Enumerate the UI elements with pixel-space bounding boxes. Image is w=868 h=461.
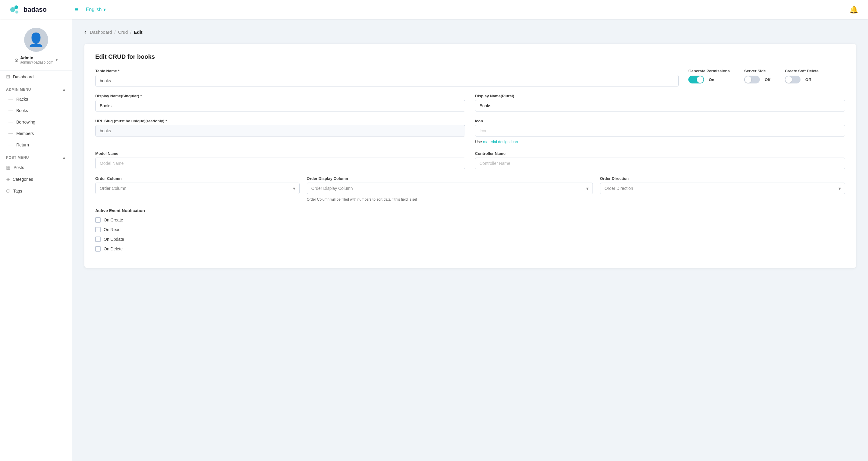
server-side-toggle-item: Server Side Off bbox=[744, 69, 770, 84]
breadcrumb-crud[interactable]: Crud bbox=[118, 30, 128, 35]
order-display-column-select[interactable]: Order Display Column bbox=[307, 183, 593, 194]
url-slug-group: URL Slug (must be unique)(readonly) * bbox=[95, 119, 465, 136]
admin-menu-chevron[interactable]: ▲ bbox=[62, 87, 66, 92]
back-button[interactable]: ‹ bbox=[84, 29, 86, 35]
sidebar-item-members[interactable]: — Members bbox=[0, 128, 72, 139]
checkbox-on-create[interactable]: On Create bbox=[95, 217, 845, 223]
row-model-controller: Model Name Controller Name bbox=[95, 151, 845, 169]
post-menu-chevron[interactable]: ▲ bbox=[62, 155, 66, 160]
notification-bell[interactable]: 🔔 bbox=[849, 5, 858, 14]
header-right: 🔔 bbox=[849, 5, 858, 14]
sidebar-item-label: Racks bbox=[16, 97, 28, 101]
sidebar-item-label: Categories bbox=[13, 177, 33, 182]
sidebar-item-categories[interactable]: ◈ Categories bbox=[0, 173, 72, 185]
app-layout: 👤 ⊙ Admin admin@badaso.com ▾ ⊞ Dashboard… bbox=[0, 19, 868, 461]
breadcrumb-sep1: / bbox=[114, 30, 116, 35]
checkbox-on-delete-box[interactable] bbox=[95, 246, 101, 252]
sidebar-item-tags[interactable]: ⬡ Tags bbox=[0, 185, 72, 197]
controller-name-input[interactable] bbox=[475, 158, 845, 169]
sidebar-item-racks[interactable]: — Racks bbox=[0, 93, 72, 105]
checkbox-on-read-label: On Read bbox=[104, 227, 121, 232]
create-soft-delete-toggle[interactable] bbox=[785, 75, 801, 84]
logo-icon bbox=[10, 4, 21, 15]
dashboard-label: Dashboard bbox=[13, 74, 34, 79]
breadcrumb-current: Edit bbox=[134, 30, 142, 35]
sidebar-item-label: Books bbox=[16, 108, 28, 113]
display-name-singular-group: Display Name(Singular) * bbox=[95, 94, 465, 112]
breadcrumb-dashboard[interactable]: Dashboard bbox=[90, 30, 112, 35]
sidebar-item-dashboard[interactable]: ⊞ Dashboard bbox=[0, 71, 72, 83]
table-name-input[interactable] bbox=[95, 75, 679, 87]
sidebar-item-label: Return bbox=[16, 143, 29, 147]
language-selector[interactable]: English ▾ bbox=[86, 7, 106, 12]
server-side-toggle[interactable] bbox=[744, 75, 760, 84]
icon-group: Icon Use material design icon bbox=[475, 119, 845, 144]
toggle-thumb bbox=[785, 76, 792, 83]
sidebar-user-row[interactable]: ⊙ Admin admin@badaso.com ▾ bbox=[14, 56, 58, 64]
display-name-singular-input[interactable] bbox=[95, 100, 465, 112]
order-direction-label: Order Direction bbox=[600, 176, 845, 181]
checkbox-on-update-box[interactable] bbox=[95, 237, 101, 242]
user-chevron-icon: ▾ bbox=[56, 58, 58, 62]
sidebar-user-email: admin@badaso.com bbox=[20, 60, 53, 64]
model-name-group: Model Name bbox=[95, 151, 465, 169]
create-soft-delete-toggle-item: Create Soft Delete Off bbox=[785, 69, 818, 84]
sidebar-user-name: Admin bbox=[20, 56, 53, 60]
generate-permissions-toggle[interactable] bbox=[688, 75, 704, 84]
order-column-select[interactable]: Order Column bbox=[95, 183, 300, 194]
order-column-select-wrapper: Order Column ▾ bbox=[95, 183, 300, 194]
generate-permissions-state: On bbox=[709, 78, 714, 82]
order-direction-select[interactable]: Order Direction bbox=[600, 183, 845, 194]
create-soft-delete-state: Off bbox=[805, 78, 811, 82]
checkbox-on-read-box[interactable] bbox=[95, 227, 101, 232]
url-slug-input bbox=[95, 125, 465, 136]
language-label: English bbox=[86, 7, 101, 12]
checkbox-on-create-box[interactable] bbox=[95, 217, 101, 223]
icon-label: Icon bbox=[475, 119, 845, 123]
main-content: ‹ Dashboard / Crud / Edit Edit CRUD for … bbox=[72, 19, 868, 461]
toggle-thumb bbox=[745, 76, 751, 83]
bell-icon: 🔔 bbox=[849, 5, 858, 13]
order-display-column-group: Order Display Column Order Display Colum… bbox=[307, 176, 593, 202]
breadcrumb: ‹ Dashboard / Crud / Edit bbox=[84, 29, 856, 35]
material-design-icon-link[interactable]: material design icon bbox=[483, 140, 518, 144]
header-middle: ≡ English ▾ bbox=[70, 6, 849, 13]
row-slug-icon: URL Slug (must be unique)(readonly) * Ic… bbox=[95, 119, 845, 144]
controller-name-label: Controller Name bbox=[475, 151, 845, 156]
display-name-plural-group: Display Name(Plural) bbox=[475, 94, 845, 112]
sidebar-item-books[interactable]: — Books bbox=[0, 105, 72, 116]
display-name-plural-label: Display Name(Plural) bbox=[475, 94, 845, 98]
chevron-down-icon: ▾ bbox=[103, 7, 106, 12]
order-direction-select-wrapper: Order Direction ▾ bbox=[600, 183, 845, 194]
checkbox-on-delete-label: On Delete bbox=[104, 246, 123, 251]
generate-permissions-label: Generate Permissions bbox=[688, 69, 730, 73]
breadcrumb-sep2: / bbox=[130, 30, 131, 35]
toggle-thumb bbox=[697, 76, 704, 83]
checkbox-on-read[interactable]: On Read bbox=[95, 227, 845, 232]
model-name-input[interactable] bbox=[95, 158, 465, 169]
checkbox-on-update-label: On Update bbox=[104, 237, 124, 242]
model-name-label: Model Name bbox=[95, 151, 465, 156]
hamburger-icon[interactable]: ≡ bbox=[75, 6, 79, 13]
tags-icon: ⬡ bbox=[6, 188, 10, 194]
row-display-name: Display Name(Singular) * Display Name(Pl… bbox=[95, 94, 845, 112]
svg-point-0 bbox=[10, 7, 15, 12]
server-side-label: Server Side bbox=[744, 69, 766, 73]
sidebar-item-return[interactable]: — Return bbox=[0, 139, 72, 151]
icon-input[interactable] bbox=[475, 125, 845, 136]
sidebar-item-borrowing[interactable]: — Borrowing bbox=[0, 116, 72, 128]
sidebar-item-label: Posts bbox=[13, 165, 24, 170]
sidebar-item-label: Borrowing bbox=[16, 120, 35, 124]
post-menu-label: Post Menu bbox=[6, 155, 29, 160]
dash-icon: — bbox=[8, 96, 13, 102]
checkbox-on-delete[interactable]: On Delete bbox=[95, 246, 845, 252]
dashboard-icon: ⊞ bbox=[6, 74, 10, 80]
display-name-plural-input[interactable] bbox=[475, 100, 845, 112]
dash-icon: — bbox=[8, 142, 13, 148]
sidebar-item-posts[interactable]: ▦ Posts bbox=[0, 161, 72, 173]
checkbox-on-update[interactable]: On Update bbox=[95, 237, 845, 242]
sidebar-avatar-area: 👤 ⊙ Admin admin@badaso.com ▾ bbox=[0, 19, 72, 71]
table-name-group: Table Name * bbox=[95, 69, 679, 87]
display-name-singular-label: Display Name(Singular) * bbox=[95, 94, 465, 98]
edit-crud-card: Edit CRUD for books Table Name * Generat… bbox=[84, 44, 856, 268]
